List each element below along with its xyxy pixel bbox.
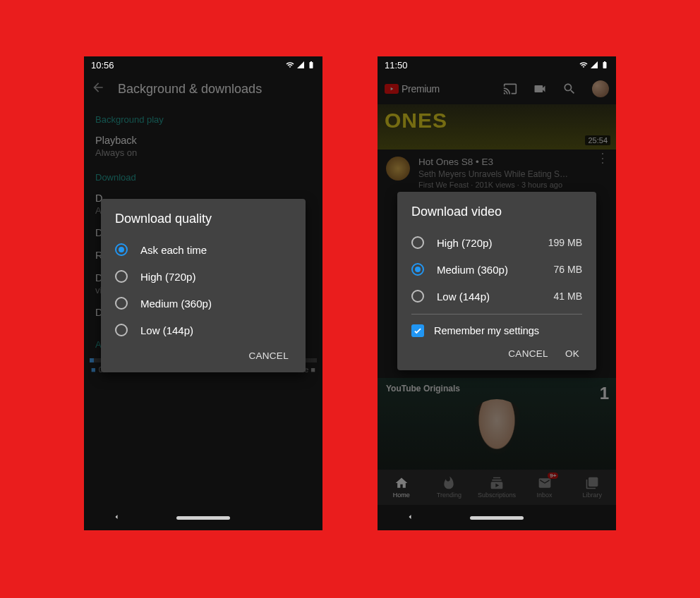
avatar[interactable] xyxy=(592,80,609,97)
setting-playback[interactable]: Playback Always on xyxy=(84,128,322,162)
radio-icon xyxy=(411,236,424,249)
nav-inbox[interactable]: Inbox 9+ xyxy=(521,470,569,505)
section-download: Download xyxy=(84,162,322,185)
thumbnail-text: ONES xyxy=(385,109,609,133)
section-background-play: Background play xyxy=(84,104,322,128)
library-icon xyxy=(585,476,599,490)
radio-label: Medium (360p) xyxy=(140,298,212,310)
nav-home[interactable]: Home xyxy=(378,470,426,505)
wifi-icon xyxy=(579,61,588,69)
status-bar: 10:56 xyxy=(84,56,322,73)
radio-high-720p[interactable]: High (720p) xyxy=(115,263,291,290)
channel-avatar xyxy=(386,157,410,181)
cast-icon[interactable] xyxy=(503,82,517,96)
radio-label: High (720p) xyxy=(140,271,195,283)
nav-subscriptions[interactable]: Subscriptions xyxy=(473,470,521,505)
video-subtext: First We Feast · 201K views · 3 hours ag… xyxy=(418,181,608,189)
file-size: 41 MB xyxy=(554,291,582,302)
radio-medium-360p[interactable]: Medium (360p) 76 MB xyxy=(411,256,582,283)
radio-low-144p[interactable]: Low (144p) xyxy=(115,317,291,343)
phone-settings: 10:56 Background & downloads Background … xyxy=(84,56,322,530)
radio-label: High (720p) xyxy=(437,237,492,249)
remember-settings-row[interactable]: Remember my settings xyxy=(411,315,582,341)
dialog-title: Download quality xyxy=(115,212,291,226)
radio-ask-each-time[interactable]: Ask each time xyxy=(115,236,291,263)
radio-label: Medium (360p) xyxy=(437,264,508,276)
radio-icon xyxy=(115,270,128,283)
nav-trending[interactable]: Trending xyxy=(426,470,473,505)
dialog-title: Download video xyxy=(411,205,582,219)
trending-icon xyxy=(442,476,456,490)
phone-youtube: 11:50 Premium ONES 25:54 xyxy=(378,56,616,530)
video-series-line: Hot Ones S8 • E3 xyxy=(418,157,608,167)
signal-icon xyxy=(590,61,598,69)
ok-button[interactable]: OK xyxy=(565,348,579,359)
youtube-header: Premium xyxy=(378,73,616,104)
file-size: 199 MB xyxy=(548,237,582,248)
back-arrow-icon[interactable] xyxy=(91,80,105,98)
radio-medium-360p[interactable]: Medium (360p) xyxy=(115,290,291,317)
duration-badge: 25:54 xyxy=(585,135,610,145)
appbar-title: Background & downloads xyxy=(118,82,262,97)
android-nav-bar xyxy=(378,505,616,530)
status-bar: 11:50 xyxy=(378,56,616,73)
status-icons xyxy=(286,61,315,69)
youtube-logo[interactable]: Premium xyxy=(385,83,440,94)
video-title: Seth Meyers Unravels While Eating S… xyxy=(418,169,608,179)
youtube-play-icon xyxy=(385,84,399,94)
kebab-icon[interactable]: ⋮ xyxy=(596,157,609,159)
search-icon[interactable] xyxy=(562,82,577,96)
status-time: 10:56 xyxy=(91,60,114,71)
radio-label: Low (144p) xyxy=(140,324,193,336)
radio-icon xyxy=(411,290,424,303)
radio-icon xyxy=(115,324,128,336)
video-thumbnail[interactable]: ONES 25:54 xyxy=(378,104,616,150)
nav-home-pill[interactable] xyxy=(470,516,524,520)
home-icon xyxy=(394,476,409,490)
youtube-background: Premium ONES 25:54 Hot Ones S8 • E3 Seth… xyxy=(378,73,616,196)
app-bar: Background & downloads xyxy=(84,73,322,104)
nav-library[interactable]: Library xyxy=(568,470,616,505)
video-metadata[interactable]: Hot Ones S8 • E3 Seth Meyers Unravels Wh… xyxy=(378,150,616,196)
originals-number: 1 xyxy=(600,384,609,403)
playback-value: Always on xyxy=(95,147,311,158)
youtube-originals-card[interactable]: YouTube Originals 1 xyxy=(378,378,616,470)
originals-thumbnail xyxy=(466,399,528,470)
radio-low-144p[interactable]: Low (144p) 41 MB xyxy=(411,283,582,310)
signal-icon xyxy=(296,61,305,69)
inbox-badge: 9+ xyxy=(548,472,558,479)
cancel-button[interactable]: CANCEL xyxy=(248,350,289,361)
status-icons xyxy=(579,61,609,69)
wifi-icon xyxy=(286,61,294,69)
bottom-nav: Home Trending Subscriptions Inbox 9+ Lib… xyxy=(378,470,616,505)
file-size: 76 MB xyxy=(554,264,582,275)
camera-icon[interactable] xyxy=(533,82,547,96)
cancel-button[interactable]: CANCEL xyxy=(508,348,548,359)
checkbox-label: Remember my settings xyxy=(434,325,539,336)
download-quality-dialog: Download quality Ask each time High (720… xyxy=(101,199,306,372)
nav-back-icon[interactable] xyxy=(112,511,121,524)
radio-icon xyxy=(411,263,424,276)
checkbox-icon xyxy=(411,324,424,337)
status-time: 11:50 xyxy=(385,60,408,71)
radio-label: Low (144p) xyxy=(437,291,490,303)
playback-label: Playback xyxy=(95,135,311,146)
radio-label: Ask each time xyxy=(140,244,207,256)
battery-icon xyxy=(601,61,609,69)
nav-home-pill[interactable] xyxy=(176,516,230,520)
subscriptions-icon xyxy=(490,476,504,490)
originals-label: YouTube Originals xyxy=(378,378,616,399)
logo-text: Premium xyxy=(402,83,440,94)
battery-icon xyxy=(307,61,315,69)
radio-icon xyxy=(115,243,128,256)
android-nav-bar xyxy=(84,505,322,530)
nav-back-icon[interactable] xyxy=(406,511,414,524)
radio-icon xyxy=(115,297,128,310)
download-video-dialog: Download video High (720p) 199 MB Medium… xyxy=(397,192,596,370)
radio-high-720p[interactable]: High (720p) 199 MB xyxy=(411,229,582,256)
